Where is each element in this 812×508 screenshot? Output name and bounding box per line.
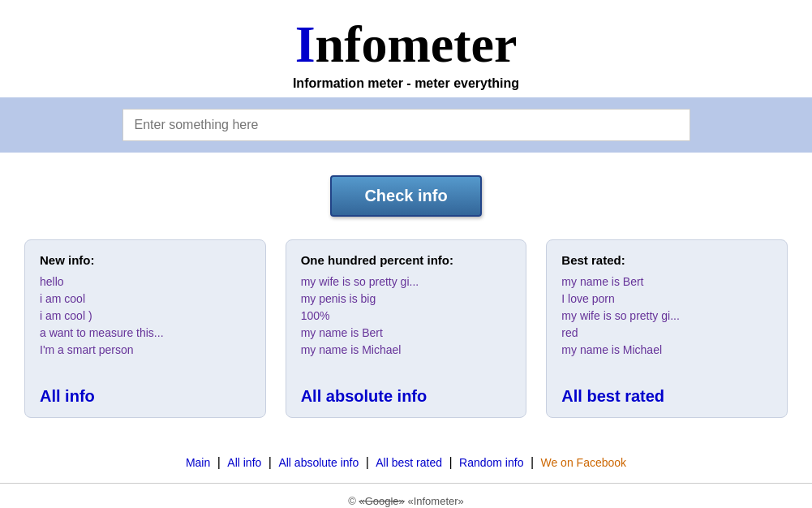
- list-item[interactable]: I love porn: [561, 292, 772, 305]
- footer-nav-link-5[interactable]: We on Facebook: [540, 456, 626, 469]
- search-area: [0, 97, 812, 153]
- footer-nav: Main | All info | All absolute info | Al…: [0, 442, 812, 478]
- button-area: Check info: [0, 153, 812, 231]
- footer-nav-separator: |: [526, 455, 537, 469]
- list-item[interactable]: i am cool ): [40, 309, 251, 322]
- list-item[interactable]: my name is Bert: [301, 326, 512, 339]
- title-rest: nfometer: [316, 15, 518, 73]
- bottom-footer: © «Google» «Infometer» Contacts: muuwka@…: [0, 483, 812, 508]
- card-title-hundred-percent-info: One hundred percent info:: [301, 253, 512, 267]
- copyright-line: © «Google» «Infometer»: [0, 495, 812, 507]
- card-all-link-best-rated[interactable]: All best rated: [561, 387, 772, 406]
- card-all-link-new-info[interactable]: All info: [40, 387, 251, 406]
- list-item[interactable]: my name is Bert: [561, 275, 772, 288]
- cards-area: New info:helloi am cooli am cool )a want…: [0, 231, 812, 442]
- card-title-best-rated: Best rated:: [561, 253, 772, 267]
- check-info-button[interactable]: Check info: [330, 175, 481, 217]
- footer-nav-link-3[interactable]: All best rated: [376, 456, 442, 469]
- card-items-hundred-percent-info: my wife is so pretty gi...my penis is bi…: [301, 275, 512, 377]
- card-items-new-info: helloi am cooli am cool )a want to measu…: [40, 275, 251, 377]
- footer-nav-separator: |: [264, 455, 275, 469]
- list-item[interactable]: 100%: [301, 309, 512, 322]
- list-item[interactable]: my name is Michael: [561, 343, 772, 356]
- card-all-link-hundred-percent-info[interactable]: All absolute info: [301, 387, 512, 406]
- card-new-info: New info:helloi am cooli am cool )a want…: [24, 239, 266, 418]
- footer-nav-link-0[interactable]: Main: [186, 456, 210, 469]
- footer-nav-link-1[interactable]: All info: [227, 456, 261, 469]
- site-subtitle: Information meter - meter everything: [0, 76, 812, 91]
- footer-nav-separator: |: [362, 455, 372, 469]
- infometer-text: «Infometer»: [407, 495, 463, 507]
- footer-nav-link-2[interactable]: All absolute info: [278, 456, 359, 469]
- footer-nav-link-4[interactable]: Random info: [459, 456, 523, 469]
- site-title: Infometer: [0, 15, 812, 75]
- search-input[interactable]: [122, 109, 690, 141]
- card-best-rated: Best rated:my name is BertI love pornmy …: [546, 239, 788, 418]
- card-items-best-rated: my name is BertI love pornmy wife is so …: [561, 275, 772, 377]
- google-text: «Google»: [359, 495, 404, 507]
- list-item[interactable]: my name is Michael: [301, 343, 512, 356]
- card-title-new-info: New info:: [40, 253, 251, 267]
- footer-nav-separator: |: [213, 455, 224, 469]
- footer-nav-separator: |: [445, 455, 456, 469]
- list-item[interactable]: hello: [40, 275, 251, 288]
- title-blue-i: I: [295, 15, 316, 73]
- list-item[interactable]: red: [561, 326, 772, 339]
- header: Infometer Information meter - meter ever…: [0, 0, 812, 97]
- copyright-symbol: ©: [348, 495, 356, 507]
- list-item[interactable]: my wife is so pretty gi...: [561, 309, 772, 322]
- list-item[interactable]: i am cool: [40, 292, 251, 305]
- list-item[interactable]: my penis is big: [301, 292, 512, 305]
- card-hundred-percent-info: One hundred percent info:my wife is so p…: [286, 239, 527, 418]
- list-item[interactable]: I'm a smart person: [40, 343, 251, 356]
- list-item[interactable]: my wife is so pretty gi...: [301, 275, 512, 288]
- list-item[interactable]: a want to measure this...: [40, 326, 251, 339]
